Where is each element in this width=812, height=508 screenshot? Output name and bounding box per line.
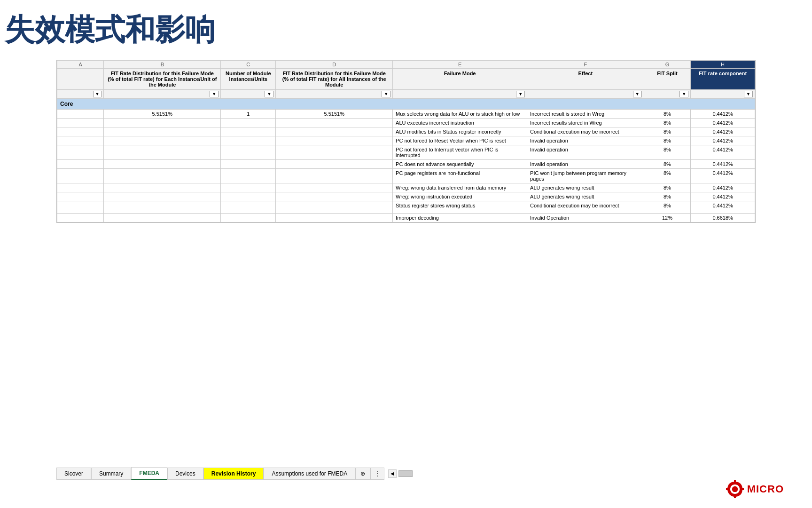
filter-btn-b[interactable]: ▼ xyxy=(210,91,219,97)
filter-g[interactable]: ▼ xyxy=(644,90,690,99)
tab-scroll-left[interactable]: ◀ xyxy=(388,469,397,478)
logo-text: MICRO xyxy=(747,483,784,495)
header-d: FIT Rate Distribution for this Failure M… xyxy=(276,69,393,90)
tab-summary[interactable]: Summary xyxy=(91,468,131,480)
filter-btn-a[interactable]: ▼ xyxy=(93,91,102,97)
header-a xyxy=(57,69,104,90)
spreadsheet: A B C D E F G H FIT Rate Distribution fo… xyxy=(56,60,756,223)
table-row: PC not forced to Interrupt vector when P… xyxy=(57,145,755,160)
filter-btn-g[interactable]: ▼ xyxy=(679,91,688,97)
microchip-logo: MICRO xyxy=(726,480,784,499)
table-row: ALU executes incorrect instructionIncorr… xyxy=(57,119,755,127)
filter-btn-d[interactable]: ▼ xyxy=(382,91,390,97)
col-letter-b: B xyxy=(104,61,221,69)
tab-revision-history[interactable]: Revision History xyxy=(203,468,264,480)
filter-h[interactable]: ▼ xyxy=(691,90,755,99)
table-row: PC does not advance sequentiallyInvalid … xyxy=(57,160,755,169)
table-row: Wreg: wrong instruction executedALU gene… xyxy=(57,192,755,201)
tab-more-button[interactable]: ⋮ xyxy=(370,468,384,480)
tab-sicover[interactable]: Sicover xyxy=(56,468,91,480)
table-row: PC not forced to Reset Vector when PIC i… xyxy=(57,136,755,145)
table-row: Improper decodingInvalid Operation12%0.6… xyxy=(57,214,755,222)
header-b: FIT Rate Distribution for this Failure M… xyxy=(104,69,221,90)
header-c: Number of Module Instances/Units xyxy=(221,69,276,90)
filter-btn-e[interactable]: ▼ xyxy=(516,91,525,97)
filter-f[interactable]: ▼ xyxy=(527,90,644,99)
section-label: Core xyxy=(57,99,755,110)
filter-d[interactable]: ▼ xyxy=(276,90,393,99)
section-header-core: Core xyxy=(57,99,755,110)
header-f: Effect xyxy=(527,69,644,90)
header-g: FIT Split xyxy=(644,69,690,90)
column-headers-row: FIT Rate Distribution for this Failure M… xyxy=(57,69,755,90)
microchip-logo-icon xyxy=(726,480,744,499)
col-letter-a: A xyxy=(57,61,104,69)
filter-c[interactable]: ▼ xyxy=(221,90,276,99)
filter-row: ▼ ▼ ▼ ▼ ▼ ▼ ▼ ▼ xyxy=(57,90,755,99)
table-row: PC page registers are non-functionalPIC … xyxy=(57,169,755,183)
svg-rect-2 xyxy=(726,488,729,490)
filter-a[interactable]: ▼ xyxy=(57,90,104,99)
page-title: 失效模式和影响 xyxy=(0,0,812,55)
tab-devices[interactable]: Devices xyxy=(167,468,203,480)
table-row: 5.5151%15.5151%Mux selects wrong data fo… xyxy=(57,110,755,119)
filter-e[interactable]: ▼ xyxy=(393,90,527,99)
col-letter-c: C xyxy=(221,61,276,69)
col-letter-e: E xyxy=(393,61,527,69)
tab-assumptions[interactable]: Assumptions used for FMEDA xyxy=(264,468,355,480)
header-e: Failure Mode xyxy=(393,69,527,90)
tab-fmeda[interactable]: FMEDA xyxy=(131,467,167,480)
filter-btn-h[interactable]: ▼ xyxy=(744,91,753,97)
table-row xyxy=(57,210,755,214)
column-letters-row: A B C D E F G H xyxy=(57,61,755,69)
tab-scrollbar[interactable] xyxy=(398,470,413,477)
svg-rect-1 xyxy=(734,495,736,498)
col-letter-d: D xyxy=(276,61,393,69)
svg-rect-3 xyxy=(741,488,744,490)
header-h: FIT rate component xyxy=(691,69,755,90)
filter-btn-c[interactable]: ▼ xyxy=(265,91,273,97)
filter-btn-f[interactable]: ▼ xyxy=(633,91,642,97)
tab-bar: Sicover Summary FMEDA Devices Revision H… xyxy=(56,467,413,480)
col-letter-g: G xyxy=(644,61,690,69)
tab-add-button[interactable]: ⊕ xyxy=(355,468,370,480)
table-row: Status register stores wrong statusCondi… xyxy=(57,201,755,210)
tab-scroll-area: ◀ xyxy=(388,469,413,478)
table-row: ALU modifies bits in Status register inc… xyxy=(57,127,755,136)
col-letter-h: H xyxy=(691,61,755,69)
col-letter-f: F xyxy=(527,61,644,69)
filter-b[interactable]: ▼ xyxy=(104,90,221,99)
table-row: Wreg: wrong data transferred from data m… xyxy=(57,183,755,192)
svg-rect-0 xyxy=(734,480,736,483)
